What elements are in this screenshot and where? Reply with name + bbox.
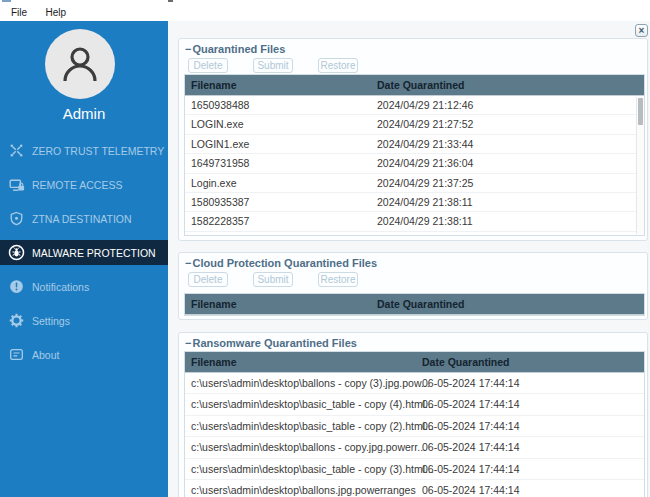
username: Admin [0,105,168,122]
sidebar-item-label: REMOTE ACCESS [32,179,122,191]
cell-date-quarantined: 06-05-2024 17:44:14 [422,373,520,394]
app-window: File Help Admin ZERO TRUST TELEMETRYREMO… [0,0,650,497]
sidebar-item-about[interactable]: About [0,342,168,367]
ransomware-quarantined-files-panel: −Ransomware Quarantined FilesFilenameDat… [178,332,648,497]
cell-date-quarantined: 06-05-2024 17:44:14 [422,437,520,458]
table-row[interactable]: c:\users\admin\desktop\ballons.jpg.power… [185,480,644,497]
cell-date-quarantined: 2024/04/29 21:12:46 [377,96,473,115]
cell-date-quarantined: 06-05-2024 17:44:14 [422,480,520,497]
cell-filename: c:\users\admin\desktop\ballons - copy (3… [185,373,644,394]
files-table: FilenameDate Quarantined [184,293,645,316]
cell-filename: c:\users\admin\desktop\ballons - copy.jp… [185,437,644,458]
table-header: FilenameDate Quarantined [185,352,644,373]
sidebar-item-zero-trust-telemetry[interactable]: ZERO TRUST TELEMETRY [0,138,168,163]
scrollbar-thumb[interactable] [638,98,643,125]
close-icon[interactable]: × [635,24,648,37]
table-row[interactable]: 15809353872024/04/29 21:38:11 [185,193,644,212]
cell-date-quarantined: 06-05-2024 17:44:14 [422,394,520,415]
sidebar-item-label: Notifications [32,281,89,293]
cell-date-quarantined: 2024/04/29 21:33:44 [377,135,473,154]
table-row[interactable]: c:\users\admin\desktop\basic_table - cop… [185,394,644,415]
collapse-icon[interactable]: − [185,337,191,349]
scrollbar[interactable] [636,97,644,234]
column-date-quarantined: Date Quarantined [377,294,465,315]
cloud-protection-quarantined-files-panel: −Cloud Protection Quarantined FilesDelet… [178,252,648,320]
section-title: −Quarantined Files [185,43,285,55]
collapse-icon[interactable]: − [185,43,191,55]
submit-button[interactable]: Submit [253,272,293,287]
column-date-quarantined: Date Quarantined [422,352,510,373]
table-row[interactable]: Login.exe2024/04/29 21:37:25 [185,174,644,193]
sidebar-nav: ZERO TRUST TELEMETRYREMOTE ACCESSZTNA DE… [0,138,168,376]
notification-icon [8,279,25,294]
section-title: −Cloud Protection Quarantined Files [185,257,377,269]
table-row[interactable]: LOGIN1.exe2024/04/29 21:33:44 [185,135,644,154]
cell-filename: c:\users\admin\desktop\basic_table - cop… [185,394,644,415]
section-title: −Ransomware Quarantined Files [185,337,357,349]
table-row[interactable]: c:\users\admin\desktop\ballons - copy.jp… [185,437,644,458]
sidebar-item-notifications[interactable]: Notifications [0,274,168,299]
sidebar-item-ztna-destination[interactable]: ZTNA DESTINATION [0,206,168,231]
table-row[interactable]: c:\users\admin\desktop\basic_table - cop… [185,416,644,437]
table-row[interactable]: 16509384882024/04/29 21:12:46 [185,96,644,115]
section-toolbar: DeleteSubmitRestore [188,272,358,287]
table-row[interactable]: 15822283572024/04/29 21:38:11 [185,212,644,231]
sidebar-item-label: ZERO TRUST TELEMETRY [32,145,164,157]
telemetry-icon [8,143,25,158]
sidebar-item-label: Settings [32,315,70,327]
section-toolbar: DeleteSubmitRestore [188,58,358,73]
menu-file[interactable]: File [8,6,30,19]
cell-filename: c:\users\admin\desktop\ballons.jpg.power… [185,480,644,497]
sidebar-item-settings[interactable]: Settings [0,308,168,333]
table-row[interactable]: LOGIN.exe2024/04/29 21:27:52 [185,115,644,134]
submit-button[interactable]: Submit [253,58,293,73]
info-icon [8,347,25,362]
restore-button[interactable]: Restore [318,58,358,73]
remote-access-icon [8,177,25,193]
table-row[interactable]: c:\users\admin\desktop\ballons - copy (3… [185,373,644,394]
sidebar-item-remote-access[interactable]: REMOTE ACCESS [0,172,168,197]
menu-help[interactable]: Help [43,6,70,19]
cell-date-quarantined: 2024/04/29 21:36:04 [377,154,473,173]
avatar [45,29,115,99]
table-header: FilenameDate Quarantined [185,75,644,96]
files-table: FilenameDate Quarantined16509384882024/0… [184,74,645,236]
delete-button[interactable]: Delete [188,272,228,287]
restore-button[interactable]: Restore [318,272,358,287]
menubar: File Help [0,2,650,21]
shield-icon [8,211,25,226]
cell-filename: c:\users\admin\desktop\basic_table - cop… [185,416,644,437]
cell-date-quarantined: 2024/04/29 21:38:11 [377,212,473,231]
cell-date-quarantined: 2024/04/29 21:38:11 [377,193,473,212]
gear-icon [8,313,25,328]
user-icon [58,42,102,86]
cell-date-quarantined: 2024/04/29 21:37:25 [377,174,473,193]
bug-icon [8,244,25,261]
delete-button[interactable]: Delete [188,58,228,73]
column-filename: Filename [185,79,237,91]
cell-filename: c:\users\admin\desktop\basic_table - cop… [185,459,644,480]
cell-date-quarantined: 06-05-2024 17:44:14 [422,416,520,437]
column-filename: Filename [185,298,237,310]
cell-date-quarantined: 06-05-2024 17:44:14 [422,459,520,480]
sidebar-item-label: About [32,349,59,361]
cell-date-quarantined: 2024/04/29 21:27:52 [377,115,473,134]
table-row[interactable]: 16497319582024/04/29 21:36:04 [185,154,644,173]
quarantined-files-panel: −Quarantined FilesDeleteSubmitRestoreFil… [178,38,648,241]
sidebar: Admin ZERO TRUST TELEMETRYREMOTE ACCESSZ… [0,21,168,497]
column-date-quarantined: Date Quarantined [377,75,465,96]
column-filename: Filename [185,356,237,368]
table-header: FilenameDate Quarantined [185,294,644,315]
table-row[interactable]: c:\users\admin\desktop\basic_table - cop… [185,459,644,480]
sidebar-item-label: ZTNA DESTINATION [32,213,132,225]
sidebar-item-malware-protection[interactable]: MALWARE PROTECTION [0,240,168,265]
sidebar-item-label: MALWARE PROTECTION [32,247,156,259]
collapse-icon[interactable]: − [185,257,191,269]
files-table: FilenameDate Quarantinedc:\users\admin\d… [184,351,645,497]
